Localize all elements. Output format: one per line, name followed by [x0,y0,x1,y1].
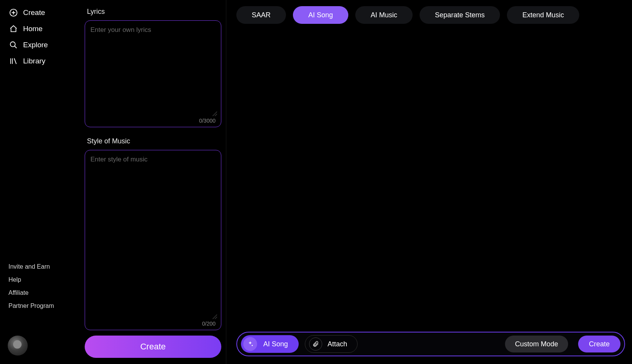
svg-line-8 [212,111,217,116]
home-icon [9,25,18,33]
style-box: 0/200 [85,150,221,330]
sparkle-icon [243,337,257,351]
create-button[interactable]: Create [85,336,221,358]
resize-grip-icon[interactable] [212,111,217,116]
search-icon [9,41,18,49]
bottom-create-button[interactable]: Create [578,336,620,352]
svg-line-4 [15,46,17,48]
nav-library-label: Library [23,57,45,65]
nav-create-label: Create [23,8,45,17]
paperclip-icon [309,337,322,351]
nav-explore-label: Explore [23,41,48,49]
sidebar: Create Home Explore Library [0,0,85,364]
lyrics-label: Lyrics [87,8,221,16]
nav-top: Create Home Explore Library [6,5,85,69]
bottom-bar: AI Song Attach Custom Mode Create [236,332,625,356]
style-label: Style of Music [87,137,221,145]
lyrics-counter: 0/3000 [199,118,216,124]
svg-line-11 [215,317,217,319]
svg-line-10 [212,314,217,319]
nav-home[interactable]: Home [6,21,85,37]
nav-bottom: Invite and Earn Help Affiliate Partner P… [6,260,85,359]
tab-ai-song[interactable]: AI Song [293,6,348,24]
plus-circle-icon [9,8,18,17]
nav-create[interactable]: Create [6,5,85,21]
attach-label: Attach [328,340,347,348]
tabs: SAAR AI Song AI Music Separate Stems Ext… [236,6,625,24]
editor-panel: Lyrics 0/3000 Style of Music 0/200 Creat… [85,0,226,364]
nav-help[interactable]: Help [6,273,85,286]
svg-point-3 [10,42,15,47]
style-input[interactable] [90,156,216,317]
main-area: SAAR AI Song AI Music Separate Stems Ext… [226,0,632,364]
style-counter: 0/200 [202,321,216,327]
bottom-ai-song-chip[interactable]: AI Song [241,335,299,353]
app-root: Create Home Explore Library [0,0,632,364]
nav-explore[interactable]: Explore [6,37,85,53]
nav-library[interactable]: Library [6,53,85,69]
tab-saar[interactable]: SAAR [236,6,286,24]
nav-partner[interactable]: Partner Program [6,299,85,312]
avatar[interactable] [8,336,28,356]
main-body [236,24,625,332]
library-icon [9,57,18,65]
svg-point-12 [252,345,253,346]
nav-affiliate[interactable]: Affiliate [6,286,85,299]
bottom-ai-song-label: AI Song [263,340,288,348]
nav-invite[interactable]: Invite and Earn [6,260,85,273]
lyrics-input[interactable] [90,26,216,114]
tab-separate-stems[interactable]: Separate Stems [420,6,500,24]
attach-chip[interactable]: Attach [305,335,358,353]
svg-line-9 [215,114,217,116]
tab-extend-music[interactable]: Extend Music [507,6,579,24]
tab-ai-music[interactable]: AI Music [355,6,413,24]
custom-mode-button[interactable]: Custom Mode [505,336,568,352]
resize-grip-icon[interactable] [212,314,217,319]
svg-line-7 [14,58,17,64]
nav-home-label: Home [23,25,43,33]
lyrics-box: 0/3000 [85,20,221,127]
